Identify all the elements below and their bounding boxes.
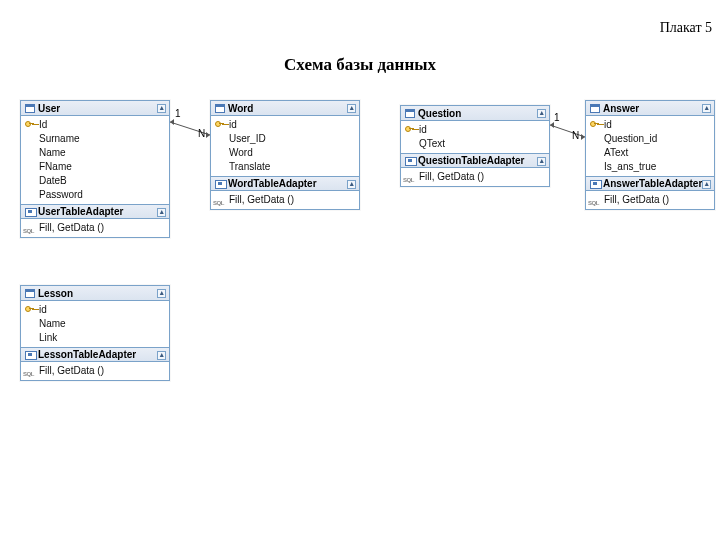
field-qtext: QText [401, 137, 549, 151]
field-word: Word [211, 146, 359, 160]
adapter-title: UserTableAdapter [38, 205, 123, 218]
poster-label: Плакат 5 [660, 20, 712, 36]
entity-fields: Id Surname Name FName DateB Password [21, 116, 169, 204]
adapter-method: SQLFill, GetData () [21, 221, 169, 235]
field-userid: User_ID [211, 132, 359, 146]
sql-icon: SQL [23, 367, 34, 381]
adapter-methods: SQLFill, GetData () [211, 191, 359, 209]
entity-fields: id Question_id AText Is_ans_true [586, 116, 714, 176]
table-icon [25, 104, 35, 113]
entity-lesson[interactable]: Lesson id Name Link LessonTableAdapter S… [20, 285, 170, 381]
adapter-methods: SQLFill, GetData () [586, 191, 714, 209]
key-icon [25, 306, 33, 314]
adapter-title: QuestionTableAdapter [418, 154, 525, 167]
field-fname: FName [21, 160, 169, 174]
adapter-title: AnswerTableAdapter [603, 177, 702, 190]
schema-canvas: User Id Surname Name FName DateB Passwor… [0, 90, 720, 540]
entity-answer[interactable]: Answer id Question_id AText Is_ans_true … [585, 100, 715, 210]
entity-header-user[interactable]: User [21, 101, 169, 116]
entity-header-word[interactable]: Word [211, 101, 359, 116]
field-surname: Surname [21, 132, 169, 146]
field-name: Name [21, 146, 169, 160]
entity-user[interactable]: User Id Surname Name FName DateB Passwor… [20, 100, 170, 238]
table-icon [215, 104, 225, 113]
field-password: Password [21, 188, 169, 202]
field-id: Id [21, 118, 169, 132]
collapse-icon[interactable] [347, 104, 356, 113]
adapter-header-question[interactable]: QuestionTableAdapter [401, 153, 549, 168]
entity-header-question[interactable]: Question [401, 106, 549, 121]
page-title: Схема базы данных [0, 55, 720, 75]
adapter-method: SQLFill, GetData () [586, 193, 714, 207]
entity-title: User [38, 102, 60, 115]
cardinality-1: 1 [175, 108, 181, 119]
collapse-icon[interactable] [157, 208, 166, 217]
field-id: id [401, 123, 549, 137]
adapter-icon [405, 156, 415, 165]
collapse-icon[interactable] [537, 157, 546, 166]
field-id: id [21, 303, 169, 317]
adapter-title: WordTableAdapter [228, 177, 317, 190]
field-id: id [586, 118, 714, 132]
field-id: id [211, 118, 359, 132]
entity-word[interactable]: Word id User_ID Word Translate WordTable… [210, 100, 360, 210]
field-name: Name [21, 317, 169, 331]
entity-title: Lesson [38, 287, 73, 300]
entity-title: Word [228, 102, 253, 115]
entity-title: Answer [603, 102, 639, 115]
field-questionid: Question_id [586, 132, 714, 146]
adapter-method: SQLFill, GetData () [211, 193, 359, 207]
key-icon [405, 126, 413, 134]
entity-fields: id User_ID Word Translate [211, 116, 359, 176]
entity-fields: id QText [401, 121, 549, 153]
collapse-icon[interactable] [537, 109, 546, 118]
entity-fields: id Name Link [21, 301, 169, 347]
adapter-icon [590, 179, 600, 188]
adapter-header-lesson[interactable]: LessonTableAdapter [21, 347, 169, 362]
cardinality-1: 1 [554, 112, 560, 123]
collapse-icon[interactable] [702, 180, 711, 189]
field-link: Link [21, 331, 169, 345]
collapse-icon[interactable] [157, 289, 166, 298]
entity-question[interactable]: Question id QText QuestionTableAdapter S… [400, 105, 550, 187]
adapter-method: SQLFill, GetData () [401, 170, 549, 184]
collapse-icon[interactable] [157, 351, 166, 360]
adapter-header-user[interactable]: UserTableAdapter [21, 204, 169, 219]
collapse-icon[interactable] [157, 104, 166, 113]
adapter-methods: SQLFill, GetData () [21, 219, 169, 237]
sql-icon: SQL [403, 173, 414, 187]
key-icon [590, 121, 598, 129]
entity-title: Question [418, 107, 461, 120]
table-icon [405, 109, 415, 118]
entity-header-answer[interactable]: Answer [586, 101, 714, 116]
field-translate: Translate [211, 160, 359, 174]
sql-icon: SQL [213, 196, 224, 210]
cardinality-n: N [572, 130, 579, 141]
adapter-icon [215, 179, 225, 188]
adapter-method: SQLFill, GetData () [21, 364, 169, 378]
field-dateb: DateB [21, 174, 169, 188]
adapter-header-answer[interactable]: AnswerTableAdapter [586, 176, 714, 191]
table-icon [590, 104, 600, 113]
sql-icon: SQL [23, 224, 34, 238]
key-icon [215, 121, 223, 129]
cardinality-n: N [198, 128, 205, 139]
table-icon [25, 289, 35, 298]
field-atext: AText [586, 146, 714, 160]
entity-header-lesson[interactable]: Lesson [21, 286, 169, 301]
adapter-icon [25, 350, 35, 359]
collapse-icon[interactable] [347, 180, 356, 189]
adapter-header-word[interactable]: WordTableAdapter [211, 176, 359, 191]
adapter-methods: SQLFill, GetData () [21, 362, 169, 380]
field-isanstrue: Is_ans_true [586, 160, 714, 174]
adapter-methods: SQLFill, GetData () [401, 168, 549, 186]
adapter-title: LessonTableAdapter [38, 348, 136, 361]
adapter-icon [25, 207, 35, 216]
key-icon [25, 121, 33, 129]
collapse-icon[interactable] [702, 104, 711, 113]
sql-icon: SQL [588, 196, 599, 210]
